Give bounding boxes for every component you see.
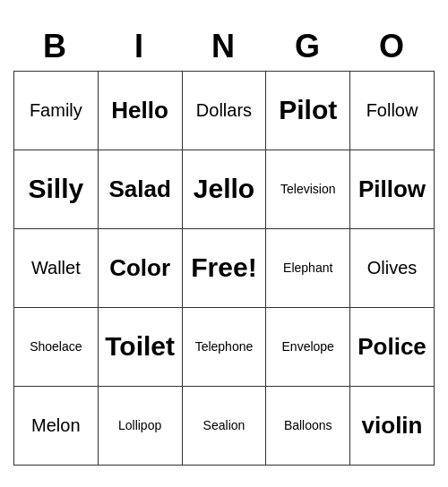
cell-text: Free! xyxy=(186,252,263,283)
bingo-cell: Family xyxy=(14,71,99,150)
bingo-cell: Wallet xyxy=(14,228,99,307)
bingo-cell: Shoelace xyxy=(14,307,99,386)
bingo-cell: Salad xyxy=(98,150,182,228)
bingo-cell: Balloons xyxy=(266,386,350,465)
bingo-cell: Dollars xyxy=(182,71,266,150)
bingo-cell: Silly xyxy=(14,150,99,228)
bingo-cell: Police xyxy=(350,307,435,386)
cell-text: Elephant xyxy=(270,261,346,275)
cell-text: Pilot xyxy=(270,95,346,125)
bingo-cell: Hello xyxy=(98,71,182,150)
bingo-cell: Television xyxy=(266,150,350,228)
bingo-cell: violin xyxy=(350,386,435,465)
header-letter: O xyxy=(350,22,435,71)
table-row: FamilyHelloDollarsPilotFollow xyxy=(14,71,435,150)
cell-text: Sealion xyxy=(186,418,263,432)
cell-text: Color xyxy=(102,254,178,282)
bingo-cell: Sealion xyxy=(182,386,266,465)
bingo-cell: Elephant xyxy=(266,228,350,307)
header-letter: I xyxy=(98,22,182,71)
bingo-cell: Pilot xyxy=(266,71,350,150)
bingo-cell: Olives xyxy=(350,228,435,307)
header-letter: G xyxy=(266,22,350,71)
cell-text: Lollipop xyxy=(102,418,178,432)
cell-text: Jello xyxy=(186,174,263,204)
bingo-cell: Pillow xyxy=(350,150,435,228)
bingo-cell: Follow xyxy=(350,71,435,150)
header-letter: N xyxy=(182,22,266,71)
table-row: ShoelaceToiletTelephoneEnvelopePolice xyxy=(14,307,435,386)
cell-text: Police xyxy=(354,333,430,361)
header-letter: B xyxy=(13,22,98,71)
bingo-cell: Melon xyxy=(14,386,99,465)
bingo-cell: Telephone xyxy=(182,307,266,386)
cell-text: Toilet xyxy=(102,331,178,362)
bingo-card: BINGO FamilyHelloDollarsPilotFollowSilly… xyxy=(13,22,435,466)
cell-text: Balloons xyxy=(270,418,346,432)
bingo-cell: Free! xyxy=(182,228,266,307)
bingo-grid: FamilyHelloDollarsPilotFollowSillySaladJ… xyxy=(13,71,435,466)
cell-text: Olives xyxy=(354,258,430,278)
cell-text: Pillow xyxy=(354,175,430,203)
bingo-cell: Envelope xyxy=(266,307,350,386)
cell-text: Family xyxy=(18,100,94,121)
bingo-cell: Color xyxy=(98,228,182,307)
bingo-cell: Jello xyxy=(182,150,266,228)
cell-text: violin xyxy=(354,412,430,440)
cell-text: Hello xyxy=(102,97,178,124)
cell-text: Telephone xyxy=(186,339,263,354)
bingo-header: BINGO xyxy=(13,22,435,71)
cell-text: Envelope xyxy=(270,339,346,354)
cell-text: Wallet xyxy=(18,258,94,278)
cell-text: Salad xyxy=(102,175,178,203)
table-row: MelonLollipopSealionBalloonsviolin xyxy=(14,386,435,465)
bingo-cell: Toilet xyxy=(98,307,182,386)
cell-text: Melon xyxy=(18,415,94,436)
cell-text: Shoelace xyxy=(18,339,94,354)
cell-text: Television xyxy=(270,182,346,196)
cell-text: Dollars xyxy=(186,100,263,121)
bingo-cell: Lollipop xyxy=(98,386,182,465)
cell-text: Silly xyxy=(18,174,94,204)
cell-text: Follow xyxy=(354,100,430,121)
table-row: SillySaladJelloTelevisionPillow xyxy=(14,150,435,228)
table-row: WalletColorFree!ElephantOlives xyxy=(14,228,435,307)
